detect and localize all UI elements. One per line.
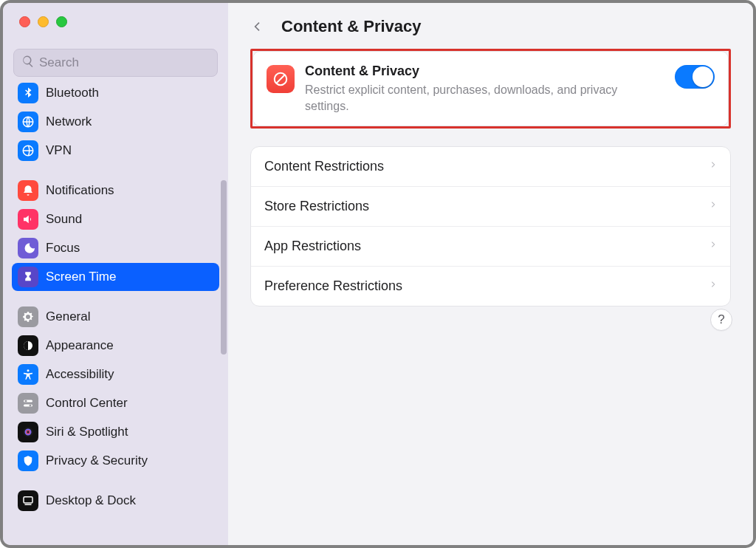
content-privacy-title: Content & Privacy bbox=[305, 64, 664, 79]
svg-point-8 bbox=[23, 427, 33, 437]
page-title: Content & Privacy bbox=[281, 17, 422, 36]
content-privacy-toggle[interactable] bbox=[675, 65, 715, 89]
sidebar-item-label: Network bbox=[46, 114, 92, 129]
help-button[interactable]: ? bbox=[710, 309, 732, 331]
chevron-right-icon bbox=[709, 239, 717, 254]
sidebar-item-controlcenter[interactable]: Control Center bbox=[12, 389, 219, 417]
general-icon bbox=[18, 306, 38, 327]
sound-icon bbox=[18, 209, 38, 230]
privacy-icon bbox=[18, 451, 38, 471]
content-privacy-toggle-row: Content & Privacy Restrict explicit cont… bbox=[253, 52, 728, 126]
sidebar-item-general[interactable]: General bbox=[12, 303, 219, 331]
row-label: Content Restrictions bbox=[264, 159, 384, 174]
content-privacy-icon bbox=[267, 65, 295, 93]
sidebar-item-label: Accessibility bbox=[46, 367, 114, 382]
sidebar-item-appearance[interactable]: Appearance bbox=[12, 332, 219, 360]
sidebar-item-desktopdock[interactable]: Desktop & Dock bbox=[12, 487, 219, 515]
bluetooth-icon bbox=[18, 83, 38, 103]
sidebar-scrollbar[interactable] bbox=[221, 180, 227, 355]
sidebar-item-label: Sound bbox=[46, 212, 82, 227]
restrictions-list: Content Restrictions Store Restrictions … bbox=[250, 146, 731, 306]
sidebar-item-label: General bbox=[46, 309, 90, 324]
window-controls bbox=[3, 3, 228, 41]
zoom-window-button[interactable] bbox=[56, 16, 67, 27]
sidebar-scroll: Bluetooth Network VPN bbox=[3, 81, 228, 545]
screentime-icon bbox=[18, 267, 38, 287]
svg-point-7 bbox=[30, 405, 32, 407]
row-content-restrictions[interactable]: Content Restrictions bbox=[251, 147, 730, 186]
sidebar-item-label: VPN bbox=[46, 143, 72, 158]
sidebar-item-label: Desktop & Dock bbox=[46, 493, 136, 508]
sidebar-item-label: Screen Time bbox=[46, 270, 116, 284]
sidebar-item-label: Control Center bbox=[46, 396, 128, 411]
sidebar-item-sound[interactable]: Sound bbox=[12, 205, 219, 233]
row-label: App Restrictions bbox=[264, 239, 361, 254]
search-container bbox=[3, 41, 228, 81]
sidebar-item-label: Bluetooth bbox=[46, 86, 99, 100]
sidebar-item-label: Privacy & Security bbox=[46, 453, 148, 468]
sidebar-item-bluetooth[interactable]: Bluetooth bbox=[12, 81, 219, 107]
content-privacy-description: Restrict explicit content, purchases, do… bbox=[305, 82, 645, 114]
desktopdock-icon bbox=[18, 490, 38, 511]
sidebar-item-notifications[interactable]: Notifications bbox=[12, 177, 219, 205]
network-icon bbox=[18, 112, 38, 132]
sidebar: Bluetooth Network VPN bbox=[3, 3, 228, 545]
vpn-icon bbox=[18, 140, 38, 161]
chevron-right-icon bbox=[709, 278, 717, 294]
main-content: Content & Privacy Content & Privacy Rest… bbox=[228, 3, 753, 545]
row-app-restrictions[interactable]: App Restrictions bbox=[251, 226, 730, 266]
highlighted-section: Content & Privacy Restrict explicit cont… bbox=[250, 49, 731, 129]
controlcenter-icon bbox=[18, 393, 38, 414]
svg-point-6 bbox=[25, 400, 27, 403]
search-input[interactable] bbox=[39, 55, 210, 70]
sidebar-item-screentime[interactable]: Screen Time bbox=[12, 263, 219, 291]
back-button[interactable] bbox=[247, 16, 268, 37]
minimize-window-button[interactable] bbox=[38, 16, 49, 27]
sidebar-item-label: Notifications bbox=[46, 183, 114, 198]
sidebar-item-label: Focus bbox=[46, 241, 80, 256]
chevron-right-icon bbox=[709, 159, 717, 174]
focus-icon bbox=[18, 238, 38, 258]
sidebar-item-network[interactable]: Network bbox=[12, 108, 219, 136]
sidebar-item-siri[interactable]: Siri & Spotlight bbox=[12, 418, 219, 446]
close-window-button[interactable] bbox=[19, 16, 30, 27]
sidebar-item-label: Siri & Spotlight bbox=[46, 425, 128, 439]
header: Content & Privacy bbox=[228, 3, 753, 49]
svg-line-13 bbox=[277, 75, 285, 83]
settings-window: Bluetooth Network VPN bbox=[0, 0, 756, 548]
row-label: Store Restrictions bbox=[264, 199, 369, 214]
row-preference-restrictions[interactable]: Preference Restrictions bbox=[251, 266, 730, 306]
search-field[interactable] bbox=[13, 49, 218, 77]
appearance-icon bbox=[18, 335, 38, 356]
sidebar-item-accessibility[interactable]: Accessibility bbox=[12, 360, 219, 388]
accessibility-icon bbox=[18, 364, 38, 385]
chevron-right-icon bbox=[709, 199, 717, 214]
notifications-icon bbox=[18, 180, 38, 201]
svg-rect-11 bbox=[24, 497, 32, 503]
sidebar-item-vpn[interactable]: VPN bbox=[12, 137, 219, 165]
row-label: Preference Restrictions bbox=[264, 278, 402, 294]
sidebar-item-focus[interactable]: Focus bbox=[12, 234, 219, 262]
svg-point-3 bbox=[27, 369, 30, 371]
sidebar-item-label: Appearance bbox=[46, 338, 114, 353]
sidebar-item-privacy[interactable]: Privacy & Security bbox=[12, 447, 219, 475]
search-icon bbox=[21, 55, 35, 71]
siri-icon bbox=[18, 422, 38, 442]
row-store-restrictions[interactable]: Store Restrictions bbox=[251, 186, 730, 226]
